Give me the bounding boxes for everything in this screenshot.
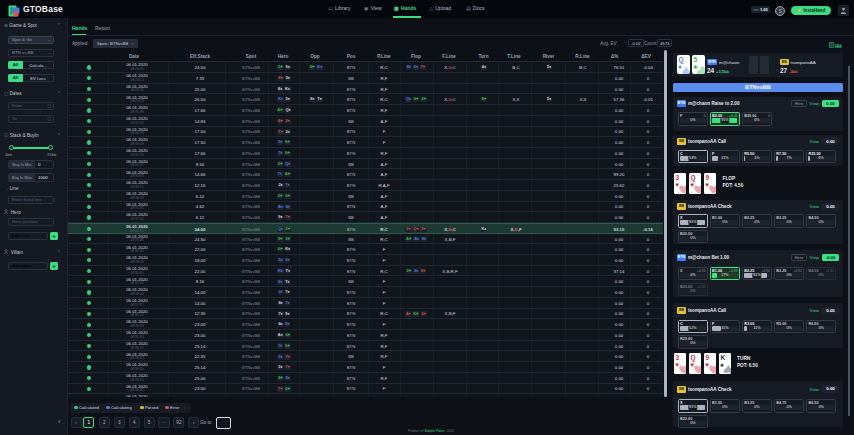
svg-text:♠: ♠ [723, 359, 731, 374]
svg-text:♣: ♣ [696, 61, 705, 75]
svg-text:♥: ♥ [678, 359, 686, 374]
svg-text:♦: ♦ [681, 61, 690, 75]
svg-text:♥: ♥ [678, 179, 686, 194]
svg-text:♥: ♥ [693, 179, 701, 194]
svg-text:♥: ♥ [708, 179, 716, 194]
svg-text:♥: ♥ [693, 359, 701, 374]
svg-text:♥: ♥ [708, 359, 716, 374]
